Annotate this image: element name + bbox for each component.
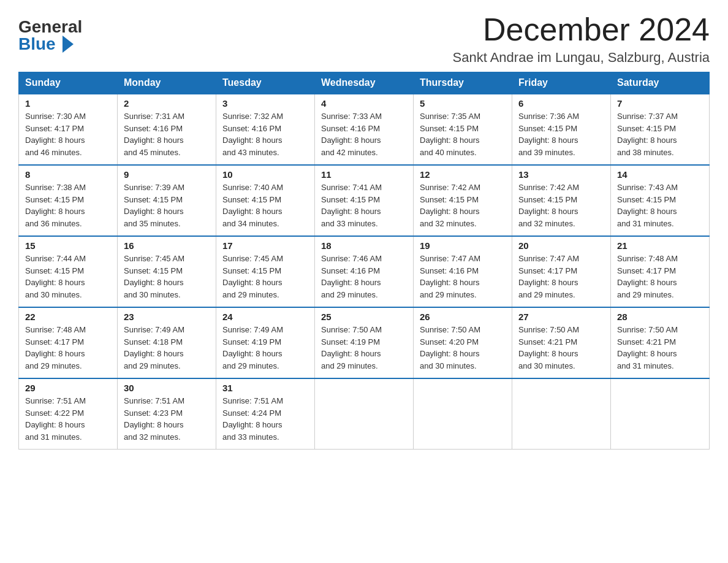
- weekday-header-tuesday: Tuesday: [216, 72, 315, 94]
- calendar-cell: 6Sunrise: 7:36 AMSunset: 4:15 PMDaylight…: [512, 94, 611, 165]
- day-number: 20: [518, 240, 604, 251]
- calendar-week-4: 22Sunrise: 7:48 AMSunset: 4:17 PMDayligh…: [19, 307, 710, 378]
- day-info: Sunrise: 7:50 AMSunset: 4:20 PMDaylight:…: [420, 324, 506, 372]
- title-block: December 2024 Sankt Andrae im Lungau, Sa…: [453, 12, 710, 66]
- calendar-week-5: 29Sunrise: 7:51 AMSunset: 4:22 PMDayligh…: [19, 378, 710, 450]
- weekday-header-wednesday: Wednesday: [315, 72, 414, 94]
- calendar-body: 1Sunrise: 7:30 AMSunset: 4:17 PMDaylight…: [19, 94, 710, 450]
- day-info: Sunrise: 7:33 AMSunset: 4:16 PMDaylight:…: [321, 110, 407, 158]
- day-info: Sunrise: 7:38 AMSunset: 4:15 PMDaylight:…: [25, 182, 111, 229]
- calendar-week-1: 1Sunrise: 7:30 AMSunset: 4:17 PMDaylight…: [19, 94, 710, 165]
- calendar-header: SundayMondayTuesdayWednesdayThursdayFrid…: [19, 72, 710, 94]
- day-number: 6: [518, 98, 604, 109]
- calendar-cell: 23Sunrise: 7:49 AMSunset: 4:18 PMDayligh…: [118, 307, 216, 378]
- calendar-cell: 7Sunrise: 7:37 AMSunset: 4:15 PMDaylight…: [611, 94, 710, 165]
- weekday-header-saturday: Saturday: [611, 72, 710, 94]
- day-number: 21: [617, 240, 703, 251]
- day-number: 17: [222, 240, 308, 251]
- month-title: December 2024: [453, 12, 710, 47]
- day-info: Sunrise: 7:30 AMSunset: 4:17 PMDaylight:…: [25, 110, 111, 158]
- day-number: 23: [124, 312, 210, 322]
- day-info: Sunrise: 7:46 AMSunset: 4:16 PMDaylight:…: [321, 253, 407, 301]
- day-number: 14: [617, 169, 703, 180]
- calendar-cell: 26Sunrise: 7:50 AMSunset: 4:20 PMDayligh…: [414, 307, 512, 378]
- day-number: 27: [518, 312, 604, 322]
- day-info: Sunrise: 7:50 AMSunset: 4:19 PMDaylight:…: [321, 324, 407, 372]
- calendar-cell: 28Sunrise: 7:50 AMSunset: 4:21 PMDayligh…: [611, 307, 710, 378]
- page-header: General Blue December 2024 Sankt Andrae …: [18, 12, 710, 66]
- calendar-cell: 14Sunrise: 7:43 AMSunset: 4:15 PMDayligh…: [611, 165, 710, 236]
- calendar-cell: 2Sunrise: 7:31 AMSunset: 4:16 PMDaylight…: [118, 94, 216, 165]
- day-info: Sunrise: 7:40 AMSunset: 4:15 PMDaylight:…: [222, 182, 308, 229]
- day-info: Sunrise: 7:42 AMSunset: 4:15 PMDaylight:…: [420, 182, 506, 229]
- logo-triangle-icon: [63, 36, 74, 53]
- calendar-cell: 21Sunrise: 7:48 AMSunset: 4:17 PMDayligh…: [611, 236, 710, 307]
- day-info: Sunrise: 7:51 AMSunset: 4:24 PMDaylight:…: [222, 395, 308, 443]
- day-number: 4: [321, 98, 407, 109]
- day-info: Sunrise: 7:48 AMSunset: 4:17 PMDaylight:…: [617, 253, 703, 301]
- calendar-cell: 18Sunrise: 7:46 AMSunset: 4:16 PMDayligh…: [315, 236, 414, 307]
- calendar-cell: 16Sunrise: 7:45 AMSunset: 4:15 PMDayligh…: [118, 236, 216, 307]
- calendar-cell: 11Sunrise: 7:41 AMSunset: 4:15 PMDayligh…: [315, 165, 414, 236]
- day-info: Sunrise: 7:45 AMSunset: 4:15 PMDaylight:…: [222, 253, 308, 301]
- logo-general-text: General: [18, 18, 82, 36]
- day-info: Sunrise: 7:44 AMSunset: 4:15 PMDaylight:…: [25, 253, 111, 301]
- location-title: Sankt Andrae im Lungau, Salzburg, Austri…: [453, 50, 710, 66]
- calendar-cell: [414, 378, 512, 450]
- calendar-cell: 1Sunrise: 7:30 AMSunset: 4:17 PMDaylight…: [19, 94, 118, 165]
- logo-blue-text: Blue: [18, 36, 77, 53]
- day-number: 12: [420, 169, 506, 180]
- day-number: 8: [25, 169, 111, 180]
- day-number: 30: [124, 383, 210, 393]
- calendar-cell: 10Sunrise: 7:40 AMSunset: 4:15 PMDayligh…: [216, 165, 315, 236]
- calendar-cell: 9Sunrise: 7:39 AMSunset: 4:15 PMDaylight…: [118, 165, 216, 236]
- day-info: Sunrise: 7:49 AMSunset: 4:19 PMDaylight:…: [222, 324, 308, 372]
- calendar-cell: 12Sunrise: 7:42 AMSunset: 4:15 PMDayligh…: [414, 165, 512, 236]
- day-info: Sunrise: 7:47 AMSunset: 4:16 PMDaylight:…: [420, 253, 506, 301]
- calendar-cell: 22Sunrise: 7:48 AMSunset: 4:17 PMDayligh…: [19, 307, 118, 378]
- calendar-week-2: 8Sunrise: 7:38 AMSunset: 4:15 PMDaylight…: [19, 165, 710, 236]
- day-number: 2: [124, 98, 210, 109]
- calendar-cell: [512, 378, 611, 450]
- day-info: Sunrise: 7:37 AMSunset: 4:15 PMDaylight:…: [617, 110, 703, 158]
- calendar-cell: 13Sunrise: 7:42 AMSunset: 4:15 PMDayligh…: [512, 165, 611, 236]
- calendar-cell: 15Sunrise: 7:44 AMSunset: 4:15 PMDayligh…: [19, 236, 118, 307]
- day-info: Sunrise: 7:43 AMSunset: 4:15 PMDaylight:…: [617, 182, 703, 229]
- day-number: 24: [222, 312, 308, 322]
- day-info: Sunrise: 7:39 AMSunset: 4:15 PMDaylight:…: [124, 182, 210, 229]
- calendar-cell: 17Sunrise: 7:45 AMSunset: 4:15 PMDayligh…: [216, 236, 315, 307]
- day-info: Sunrise: 7:47 AMSunset: 4:17 PMDaylight:…: [518, 253, 604, 301]
- day-info: Sunrise: 7:51 AMSunset: 4:22 PMDaylight:…: [25, 395, 111, 443]
- day-number: 28: [617, 312, 703, 322]
- weekday-header-friday: Friday: [512, 72, 611, 94]
- day-number: 31: [222, 383, 308, 393]
- day-number: 19: [420, 240, 506, 251]
- day-number: 25: [321, 312, 407, 322]
- day-number: 7: [617, 98, 703, 109]
- day-number: 3: [222, 98, 308, 109]
- day-number: 1: [25, 98, 111, 109]
- day-info: Sunrise: 7:36 AMSunset: 4:15 PMDaylight:…: [518, 110, 604, 158]
- day-number: 22: [25, 312, 111, 322]
- day-number: 16: [124, 240, 210, 251]
- weekday-header-row: SundayMondayTuesdayWednesdayThursdayFrid…: [19, 72, 710, 94]
- calendar-cell: 24Sunrise: 7:49 AMSunset: 4:19 PMDayligh…: [216, 307, 315, 378]
- calendar-cell: 29Sunrise: 7:51 AMSunset: 4:22 PMDayligh…: [19, 378, 118, 450]
- calendar-cell: 3Sunrise: 7:32 AMSunset: 4:16 PMDaylight…: [216, 94, 315, 165]
- day-info: Sunrise: 7:31 AMSunset: 4:16 PMDaylight:…: [124, 110, 210, 158]
- day-number: 18: [321, 240, 407, 251]
- calendar-cell: 19Sunrise: 7:47 AMSunset: 4:16 PMDayligh…: [414, 236, 512, 307]
- logo: General Blue: [18, 18, 82, 53]
- day-info: Sunrise: 7:50 AMSunset: 4:21 PMDaylight:…: [617, 324, 703, 372]
- calendar-cell: 5Sunrise: 7:35 AMSunset: 4:15 PMDaylight…: [414, 94, 512, 165]
- calendar-table: SundayMondayTuesdayWednesdayThursdayFrid…: [18, 72, 710, 450]
- day-number: 10: [222, 169, 308, 180]
- day-number: 11: [321, 169, 407, 180]
- calendar-cell: 4Sunrise: 7:33 AMSunset: 4:16 PMDaylight…: [315, 94, 414, 165]
- day-info: Sunrise: 7:42 AMSunset: 4:15 PMDaylight:…: [518, 182, 604, 229]
- day-number: 9: [124, 169, 210, 180]
- day-info: Sunrise: 7:49 AMSunset: 4:18 PMDaylight:…: [124, 324, 210, 372]
- calendar-cell: 27Sunrise: 7:50 AMSunset: 4:21 PMDayligh…: [512, 307, 611, 378]
- calendar-cell: 8Sunrise: 7:38 AMSunset: 4:15 PMDaylight…: [19, 165, 118, 236]
- logo-blue-word: Blue: [18, 36, 56, 53]
